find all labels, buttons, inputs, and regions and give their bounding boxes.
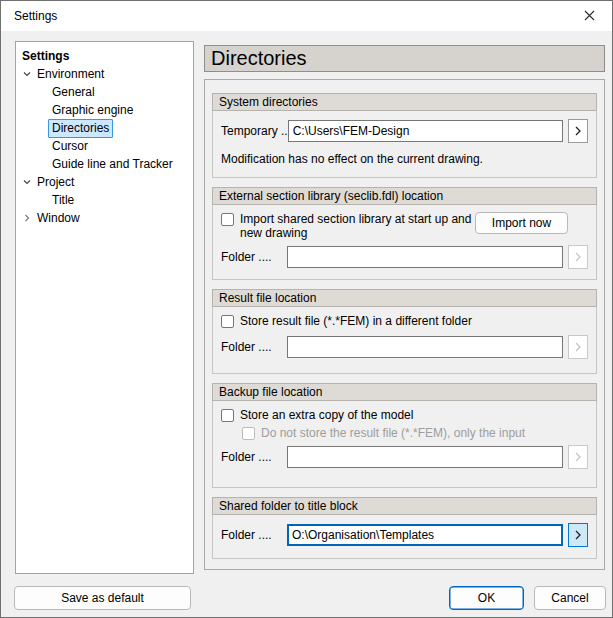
section-header: System directories xyxy=(212,93,597,111)
section-header: Backup file location xyxy=(212,383,597,401)
browse-temporary-button[interactable] xyxy=(568,119,588,143)
section-body: Import shared section library at start u… xyxy=(212,205,597,280)
chevron-right-icon xyxy=(574,341,582,353)
store-result-file-checkbox[interactable] xyxy=(221,315,234,328)
browse-result-folder-button xyxy=(568,335,588,359)
tree-item-project[interactable]: Project xyxy=(16,173,193,191)
result-folder-input[interactable] xyxy=(287,336,563,358)
do-not-store-result-checkbox xyxy=(242,427,255,440)
tree-item-window[interactable]: Window xyxy=(16,209,193,227)
section-body: Store an extra copy of the model Do not … xyxy=(212,401,597,488)
chevron-down-icon[interactable] xyxy=(22,69,32,79)
section-external-section-library: External section library (seclib.fdl) lo… xyxy=(212,187,597,280)
tree-item-label: Cursor xyxy=(52,138,88,155)
tree-item-label: Graphic engine xyxy=(52,102,133,119)
section-header: Result file location xyxy=(212,289,597,307)
folder-label: Folder .... xyxy=(221,528,287,542)
chevron-right-icon xyxy=(574,529,582,541)
section-system-directories: System directories Temporary .. Modifica… xyxy=(212,93,597,178)
close-button[interactable] xyxy=(567,1,612,30)
section-header: External section library (seclib.fdl) lo… xyxy=(212,187,597,205)
external-folder-input[interactable] xyxy=(287,246,563,268)
folder-label: Folder .... xyxy=(221,340,287,354)
chevron-right-icon xyxy=(574,251,582,263)
temporary-label: Temporary .. xyxy=(221,124,288,138)
section-body: Store result file (*.*FEM) in a differen… xyxy=(212,307,597,374)
browse-backup-folder-button xyxy=(568,445,588,469)
chevron-down-icon[interactable] xyxy=(22,177,32,187)
tree-item-label: Guide line and Tracker xyxy=(52,156,173,173)
chevron-right-icon xyxy=(574,451,582,463)
browse-shared-folder-button[interactable] xyxy=(568,523,588,547)
do-not-store-result-label: Do not store the result file (*.*FEM), o… xyxy=(261,426,525,440)
tree-item-environment[interactable]: Environment xyxy=(16,65,193,83)
tree-item-graphic-engine[interactable]: Graphic engine xyxy=(16,101,193,119)
settings-dialog: Settings Settings Environment General Gr… xyxy=(0,0,613,618)
import-shared-library-label: Import shared section library at start u… xyxy=(240,212,475,240)
tree-item-directories[interactable]: Directories xyxy=(16,119,193,137)
tree-item-label: Project xyxy=(37,174,74,191)
window-title: Settings xyxy=(1,9,57,23)
import-shared-library-checkbox[interactable] xyxy=(221,213,234,226)
backup-folder-input[interactable] xyxy=(287,446,563,468)
browse-external-folder-button xyxy=(568,245,588,269)
import-now-button[interactable]: Import now xyxy=(475,212,568,234)
shared-folder-input[interactable] xyxy=(287,524,563,546)
cancel-button[interactable]: Cancel xyxy=(534,586,606,610)
section-result-file-location: Result file location Store result file (… xyxy=(212,289,597,374)
section-body: Folder .... xyxy=(212,515,597,559)
page-title: Directories xyxy=(204,45,605,72)
ok-button[interactable]: OK xyxy=(449,586,524,610)
section-backup-file-location: Backup file location Store an extra copy… xyxy=(212,383,597,488)
tree-item-label: Environment xyxy=(37,66,104,83)
title-bar[interactable]: Settings xyxy=(1,1,612,31)
close-icon xyxy=(584,10,595,21)
tree-root-settings[interactable]: Settings xyxy=(16,47,193,65)
section-shared-folder-title-block: Shared folder to title block Folder .... xyxy=(212,497,597,559)
tree-item-label: Title xyxy=(52,192,74,209)
section-header: Shared folder to title block xyxy=(212,497,597,515)
temporary-path-input[interactable] xyxy=(288,120,563,142)
store-extra-copy-checkbox[interactable] xyxy=(221,409,234,422)
section-body: Temporary .. Modification has no effect … xyxy=(212,111,597,178)
chevron-right-icon xyxy=(574,125,582,137)
tree-item-label: General xyxy=(52,84,95,101)
chevron-right-icon[interactable] xyxy=(22,213,32,223)
tree-item-label-selected: Directories xyxy=(48,119,113,138)
settings-tree: Settings Environment General Graphic eng… xyxy=(15,41,194,574)
folder-label: Folder .... xyxy=(221,450,287,464)
tree-item-label: Window xyxy=(37,210,80,227)
directories-settings-panel: System directories Temporary .. Modifica… xyxy=(204,79,605,570)
tree-item-guide-line-and-tracker[interactable]: Guide line and Tracker xyxy=(16,155,193,173)
tree-item-title[interactable]: Title xyxy=(16,191,193,209)
tree-item-cursor[interactable]: Cursor xyxy=(16,137,193,155)
save-as-default-button[interactable]: Save as default xyxy=(14,586,191,610)
store-extra-copy-label: Store an extra copy of the model xyxy=(240,408,413,422)
modification-note: Modification has no effect on the curren… xyxy=(213,143,596,166)
tree-root-label: Settings xyxy=(22,48,69,65)
tree-item-general[interactable]: General xyxy=(16,83,193,101)
folder-label: Folder .... xyxy=(221,250,287,264)
store-result-file-label: Store result file (*.*FEM) in a differen… xyxy=(240,314,472,328)
